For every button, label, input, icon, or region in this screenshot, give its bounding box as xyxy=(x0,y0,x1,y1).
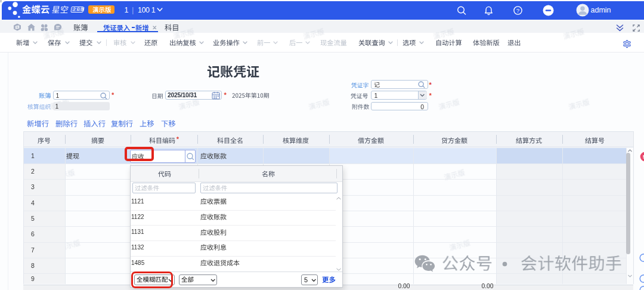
svg-text:?: ? xyxy=(516,7,519,14)
